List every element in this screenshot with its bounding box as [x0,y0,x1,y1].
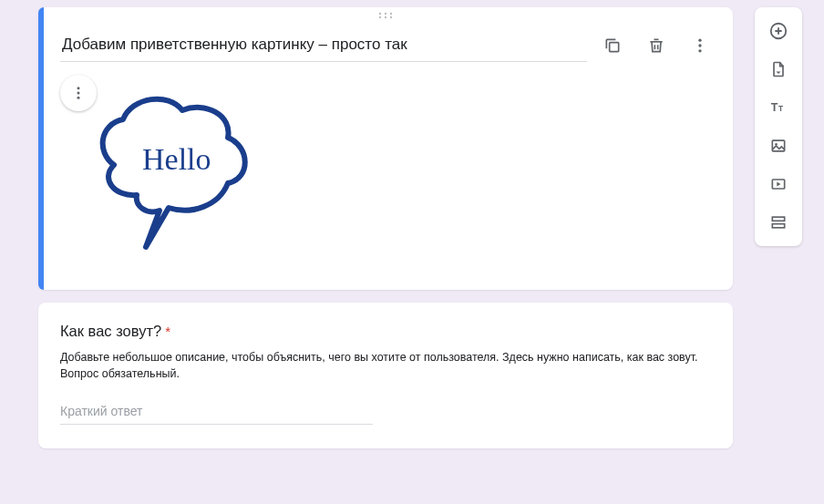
svg-point-2 [390,13,392,15]
duplicate-button[interactable] [594,27,631,64]
image-block-card[interactable]: Hello [38,7,733,290]
add-video-button[interactable] [762,168,795,201]
uploaded-image[interactable]: Hello [82,78,264,264]
add-question-button[interactable] [762,15,795,47]
add-title-button[interactable]: TT [762,91,795,124]
svg-rect-16 [772,140,784,151]
svg-point-3 [379,16,381,18]
more-options-button[interactable] [682,27,718,64]
svg-point-12 [77,97,80,99]
image-options-button[interactable] [60,75,97,111]
svg-rect-6 [610,43,619,52]
svg-point-11 [77,92,80,95]
svg-point-8 [698,44,701,46]
svg-point-1 [385,13,386,15]
floating-toolbar: TT [755,7,802,246]
question-description: Добавьте небольшое описание, чтобы объяс… [60,349,711,382]
svg-point-7 [698,39,701,42]
import-questions-button[interactable] [762,53,795,86]
svg-point-5 [390,16,392,18]
svg-rect-20 [772,224,784,228]
svg-rect-19 [772,217,784,221]
image-text: Hello [142,142,211,176]
question-card[interactable]: Как вас зовут? * Добавьте небольшое опис… [38,303,733,448]
svg-point-4 [385,16,386,18]
required-indicator: * [165,324,170,339]
question-title: Как вас зовут? [60,323,161,340]
svg-point-9 [698,49,701,52]
svg-point-10 [77,87,80,89]
delete-button[interactable] [638,27,675,64]
drag-handle-icon[interactable] [376,11,395,20]
add-image-button[interactable] [762,129,795,162]
short-answer-placeholder: Краткий ответ [60,404,373,425]
svg-text:T: T [771,101,778,114]
svg-point-0 [379,13,381,15]
add-section-button[interactable] [762,206,795,239]
image-title-input[interactable] [60,30,587,62]
svg-text:T: T [778,104,783,113]
